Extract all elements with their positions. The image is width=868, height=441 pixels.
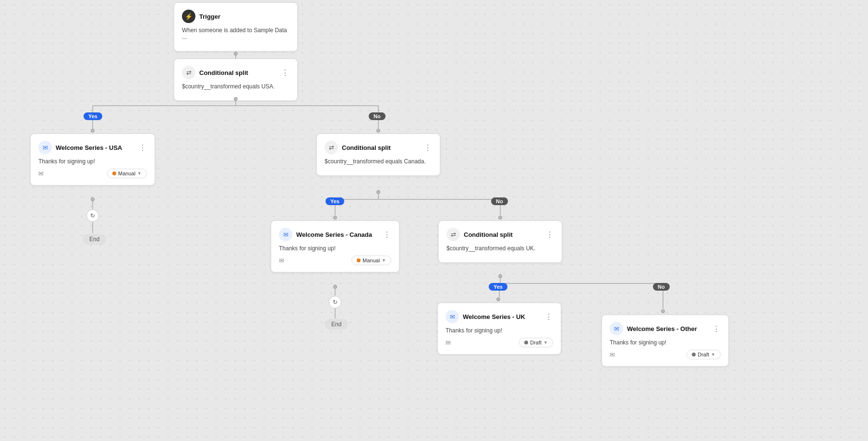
uk-status-label: Draft [530,340,542,345]
uk-icon-circle: ✉ [446,310,459,323]
connector-dot-6 [376,190,380,194]
conditional-split-3-card[interactable]: ⇄ Conditional split ⋮ $country__transfor… [438,220,562,263]
connector-dot-10 [498,274,502,278]
cs1-condition: $country__transformed equals USA. [182,83,289,90]
lightning-icon: ⚡ [185,13,193,20]
canada-email-icon: ✉ [283,231,289,238]
other-status-dot [692,353,696,356]
connectors-svg [0,0,868,441]
usa-menu[interactable]: ⋮ [139,143,147,152]
split-icon-2: ⇄ [329,144,334,151]
other-footer: ✉ Draft ▼ [610,350,721,359]
connector-dot-12 [661,309,665,313]
usa-header: ✉ Welcome Series - USA ⋮ [38,141,147,154]
usa-chevron: ▼ [137,171,142,176]
refresh-icon-canada: ↻ [333,299,338,306]
usa-icon-circle: ✉ [38,141,52,154]
trigger-icon-circle: ⚡ [182,10,195,23]
trigger-card[interactable]: ⚡ Trigger When someone is added to Sampl… [174,2,298,51]
canada-status-label: Manual [362,257,380,263]
trigger-card-header: ⚡ Trigger [182,10,289,23]
cs1-menu[interactable]: ⋮ [281,68,289,77]
no-label-2: No [491,197,508,205]
canada-icon-circle: ✉ [279,228,292,241]
cs3-title: Conditional split [464,231,513,238]
cs3-condition: $country__transformed equals UK. [446,245,554,252]
uk-chevron: ▼ [543,340,548,345]
usa-status-label: Manual [118,171,135,176]
conditional-split-1-card[interactable]: ⇄ Conditional split ⋮ $country__transfor… [174,59,298,101]
cs2-title: Conditional split [342,144,391,151]
usa-email-icon: ✉ [43,144,48,151]
connector-dot-3 [91,129,95,133]
welcome-usa-card[interactable]: ✉ Welcome Series - USA ⋮ Thanks for sign… [30,134,155,185]
connector-dot-7 [333,216,337,220]
connector-dot-5 [91,197,95,201]
end-node-canada: End [325,319,348,330]
uk-footer: ✉ Draft ▼ [446,338,553,347]
uk-status-badge[interactable]: Draft ▼ [519,338,553,347]
cs2-icon-circle: ⇄ [325,141,338,154]
connector-dot-1 [234,52,238,56]
cs3-icon-circle: ⇄ [446,228,460,241]
usa-envelope-icon: ✉ [38,170,44,177]
usa-title: Welcome Series - USA [56,144,122,151]
connector-dot-8 [498,216,502,220]
other-title: Welcome Series - Other [627,325,697,332]
cs2-condition: $country__transformed equals Canada. [325,158,432,165]
canada-header: ✉ Welcome Series - Canada ⋮ [279,228,391,241]
canada-footer: ✉ Manual ▼ [279,256,391,265]
end-node-usa: End [83,234,106,245]
other-header: ✉ Welcome Series - Other ⋮ [610,322,721,335]
other-body: Thanks for signing up! [610,339,721,346]
cs1-title: Conditional split [199,69,248,76]
other-status-label: Draft [698,352,709,357]
other-icon-circle: ✉ [610,322,623,335]
uk-menu[interactable]: ⋮ [545,312,553,321]
welcome-other-card[interactable]: ✉ Welcome Series - Other ⋮ Thanks for si… [602,315,729,367]
trigger-title: Trigger [199,13,220,20]
cs2-header: ⇄ Conditional split ⋮ [325,141,432,154]
welcome-canada-card[interactable]: ✉ Welcome Series - Canada ⋮ Thanks for s… [271,220,399,272]
connector-dot-11 [496,297,500,301]
uk-body: Thanks for signing up! [446,327,553,334]
uk-header: ✉ Welcome Series - UK ⋮ [446,310,553,323]
flow-canvas: ⚡ Trigger When someone is added to Sampl… [0,0,868,441]
cs3-header: ⇄ Conditional split ⋮ [446,228,554,241]
other-envelope-icon: ✉ [610,351,615,358]
cs3-menu[interactable]: ⋮ [546,230,554,239]
usa-status-badge[interactable]: Manual ▼ [107,169,147,178]
trigger-description: When someone is added to Sample Data ... [182,27,289,40]
split-icon-1: ⇄ [186,69,192,76]
welcome-uk-card[interactable]: ✉ Welcome Series - UK ⋮ Thanks for signi… [437,303,561,355]
cs2-menu[interactable]: ⋮ [424,143,432,152]
other-status-badge[interactable]: Draft ▼ [687,350,721,359]
refresh-node-usa[interactable]: ↻ [86,209,99,222]
yes-label-1: Yes [84,112,102,120]
conditional-split-2-card[interactable]: ⇄ Conditional split ⋮ $country__transfor… [316,134,440,176]
uk-envelope-icon: ✉ [446,339,451,346]
usa-footer: ✉ Manual ▼ [38,169,147,178]
yes-label-3: Yes [489,283,507,291]
other-email-icon: ✉ [614,325,619,332]
canada-status-badge[interactable]: Manual ▼ [351,256,391,265]
canada-chevron: ▼ [382,258,386,263]
refresh-icon-usa: ↻ [90,212,95,219]
other-chevron: ▼ [711,352,715,357]
canada-title: Welcome Series - Canada [296,231,372,238]
uk-status-dot [524,341,528,344]
connector-dot-4 [376,129,380,133]
usa-status-dot [112,172,116,175]
split-icon-3: ⇄ [451,231,456,238]
uk-title: Welcome Series - UK [463,313,525,320]
yes-label-2: Yes [326,197,344,205]
connector-dot-9 [333,285,337,289]
canada-menu[interactable]: ⋮ [383,230,391,239]
no-label-1: No [369,112,386,120]
refresh-node-canada[interactable]: ↻ [329,296,341,308]
other-menu[interactable]: ⋮ [712,324,721,333]
cs1-header: ⇄ Conditional split ⋮ [182,66,289,79]
usa-body: Thanks for signing up! [38,158,147,165]
canada-body: Thanks for signing up! [279,245,391,252]
connector-dot-2 [234,97,238,101]
